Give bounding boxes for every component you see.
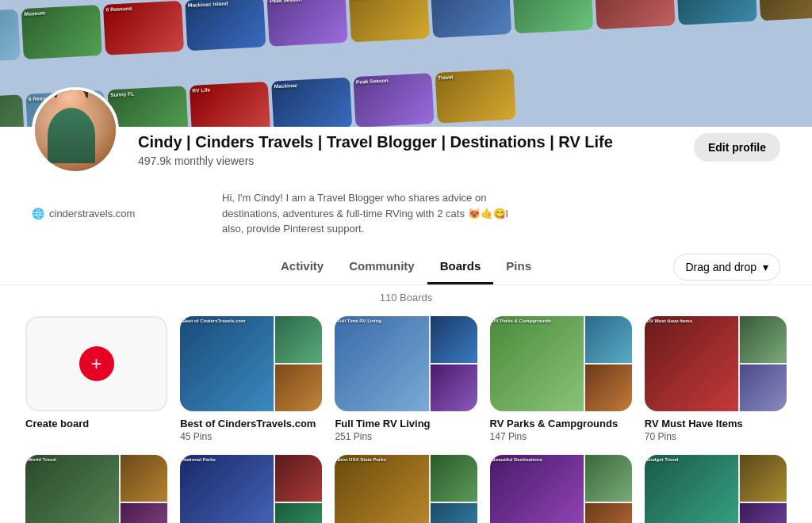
board-card[interactable]: RV Parks & Campgrounds RV Parks & Campgr… <box>490 316 632 442</box>
create-board-box: + <box>25 316 167 411</box>
create-board-icon: + <box>79 346 114 381</box>
banner-tile: RV Life <box>676 0 757 25</box>
board-title: Best of CindersTravels.com <box>180 418 322 429</box>
profile-name: Cindy | Cinders Travels | Travel Blogger… <box>138 133 659 151</box>
banner-tile: A New RV <box>512 0 593 34</box>
tab-boards[interactable]: Boards <box>427 250 494 284</box>
boards-count: 110 Boards <box>0 285 812 307</box>
board-title: RV Parks & Campgrounds <box>490 418 632 429</box>
board-mosaic-bottom <box>740 503 787 524</box>
board-pins: 45 Pins <box>180 431 322 442</box>
board-card[interactable]: Best USA State Parks Best USA State Park… <box>335 455 477 524</box>
board-mosaic-main: National Parks <box>180 455 274 524</box>
tab-activity[interactable]: Activity <box>268 250 336 284</box>
edit-profile-button[interactable]: Edit profile <box>694 133 780 162</box>
board-pins: 251 Pins <box>335 431 477 442</box>
banner-collage: RV LifeMuseum6 ReasonsMackinac IslandPea… <box>0 0 812 127</box>
board-card[interactable]: National Parks National Parks 331 Pins <box>180 455 322 524</box>
banner-tile: Dollywood <box>349 0 430 42</box>
board-mosaic-top <box>431 455 477 502</box>
board-card[interactable]: Beautiful Destinations Beautiful Destina… <box>490 455 632 524</box>
board-pins: 70 Pins <box>645 431 787 442</box>
board-mosaic-top <box>431 316 477 363</box>
board-mosaic: RV Must Have Items <box>645 316 787 411</box>
nav-tabs: Activity Community Boards Pins Drag and … <box>0 250 812 285</box>
board-mosaic: Beautiful Destinations <box>490 455 632 524</box>
banner-tile: Peak Season <box>266 0 347 47</box>
profile-section: Cindy | Cinders Travels | Travel Blogger… <box>0 127 812 190</box>
board-title: RV Must Have Items <box>645 418 787 429</box>
board-mosaic-main: Budget Travel <box>645 455 738 524</box>
banner-tile: Museum <box>21 5 102 59</box>
board-mosaic-main: Beautiful Destinations <box>490 455 584 524</box>
board-mosaic-main: Best of CindersTravels.com <box>180 316 274 411</box>
board-card[interactable]: Best of CindersTravels.com Best of Cinde… <box>180 316 322 442</box>
board-card[interactable]: RV Must Have Items RV Must Have Items 70… <box>645 316 787 442</box>
banner-tile: Knoxville <box>431 0 511 38</box>
board-mosaic: Full Time RV Living <box>335 316 477 411</box>
create-board-card[interactable]: + Create board <box>25 316 167 442</box>
banner-tile: RV Life <box>190 82 270 127</box>
board-card[interactable]: Full Time RV Living Full Time RV Living … <box>335 316 477 442</box>
board-mosaic-bottom <box>585 503 632 524</box>
avatar-body <box>48 108 95 163</box>
profile-banner: RV LifeMuseum6 ReasonsMackinac IslandPea… <box>0 0 812 127</box>
sort-dropdown[interactable]: Drag and drop ▾ <box>673 254 780 281</box>
sort-label: Drag and drop <box>685 261 756 273</box>
board-mosaic-top <box>585 316 632 363</box>
profile-info: Cindy | Cinders Travels | Travel Blogger… <box>138 127 659 167</box>
banner-tile: Peak Season <box>353 73 434 127</box>
board-mosaic: Budget Travel <box>645 455 787 524</box>
avatar <box>32 87 119 174</box>
board-mosaic-bottom <box>275 503 322 524</box>
avatar-container <box>32 87 119 174</box>
board-mosaic-top <box>121 455 167 502</box>
globe-icon: 🌐 <box>32 208 44 220</box>
chevron-down-icon: ▾ <box>763 261 768 273</box>
board-mosaic: Best USA State Parks <box>335 455 477 524</box>
board-mosaic: RV Parks & Campgrounds <box>490 316 632 411</box>
board-card[interactable]: World Travel World Travel 447 Pins <box>25 455 167 524</box>
board-mosaic-main: RV Must Have Items <box>645 316 738 411</box>
board-mosaic-bottom <box>121 503 167 524</box>
board-mosaic-top <box>275 316 322 363</box>
avatar-image <box>35 90 116 171</box>
banner-tile: Mackinac Island <box>185 0 266 51</box>
profile-stats: 497.9k monthly viewers <box>138 155 659 167</box>
board-mosaic-bottom <box>275 365 322 411</box>
banner-tile: Mackinac <box>271 78 352 127</box>
boards-grid: + Create board Best of CindersTravels.co… <box>25 316 787 524</box>
tab-community[interactable]: Community <box>336 250 427 284</box>
board-mosaic: Best of CindersTravels.com <box>180 316 322 411</box>
tab-pins[interactable]: Pins <box>493 250 544 284</box>
profile-bio: Hi, I'm Cindy! I am a Travel Blogger who… <box>222 190 523 237</box>
board-mosaic-top <box>585 455 632 502</box>
boards-container: + Create board Best of CindersTravels.co… <box>0 307 812 524</box>
banner-tile: Peak Season <box>594 0 675 29</box>
board-mosaic-main: Full Time RV Living <box>335 316 428 411</box>
board-pins: 147 Pins <box>490 431 632 442</box>
board-mosaic-bottom <box>431 503 477 524</box>
board-mosaic-top <box>275 455 322 502</box>
plus-icon: + <box>91 353 102 375</box>
board-card[interactable]: Budget Travel Budget Travel 130 Pins <box>645 455 787 524</box>
profile-website[interactable]: 🌐 cinderstravels.com <box>32 190 190 237</box>
banner-tile: Museum <box>0 94 25 127</box>
banner-tile: RV Life <box>0 10 21 64</box>
board-mosaic-bottom <box>431 365 477 411</box>
board-mosaic: World Travel <box>25 455 167 524</box>
board-mosaic-main: World Travel <box>25 455 119 524</box>
create-board-label: Create board <box>25 418 167 429</box>
banner-tile: 6 Reasons <box>103 1 184 55</box>
board-mosaic-main: RV Parks & Campgrounds <box>490 316 584 411</box>
board-mosaic: National Parks <box>180 455 322 524</box>
website-url: cinderstravels.com <box>49 208 135 220</box>
board-mosaic-bottom <box>740 365 787 411</box>
board-mosaic-bottom <box>585 365 632 411</box>
board-title: Full Time RV Living <box>335 418 477 429</box>
banner-tile: Travel <box>435 69 516 124</box>
board-mosaic-main: Best USA State Parks <box>335 455 428 524</box>
banner-tile: Sunny FL <box>108 86 189 127</box>
banner-tile: Dollywood <box>758 0 812 21</box>
sort-section: Drag and drop ▾ <box>673 254 780 281</box>
